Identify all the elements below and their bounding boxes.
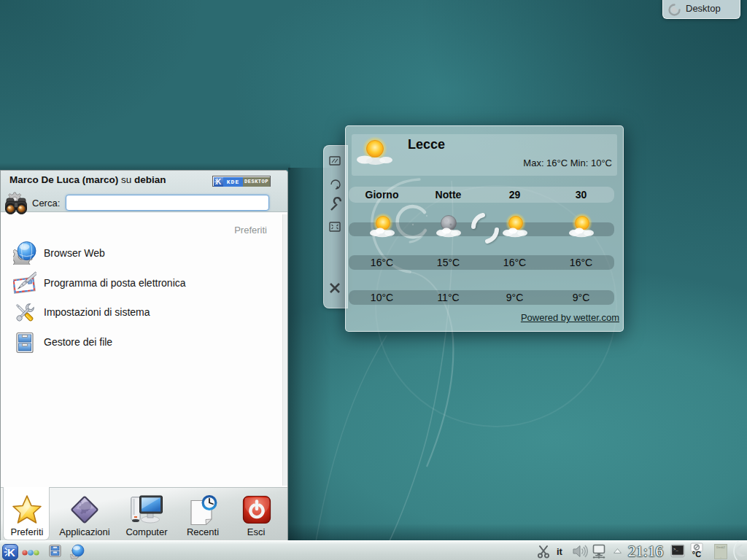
- svg-text:K: K: [216, 178, 222, 186]
- svg-text:>_: >_: [673, 547, 678, 552]
- svg-text:K: K: [7, 546, 15, 559]
